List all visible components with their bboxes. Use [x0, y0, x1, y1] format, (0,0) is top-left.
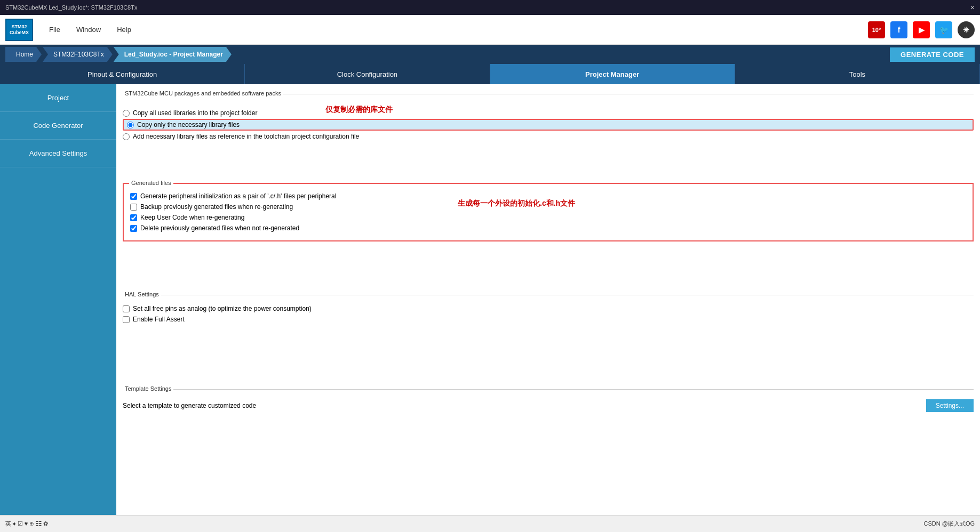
annotation-library: 仅复制必需的库文件 — [325, 105, 393, 115]
checkbox-backup-label: Backup previously generated files when r… — [140, 203, 293, 211]
breadcrumb-project[interactable]: Led_Study.ioc - Project Manager — [114, 47, 232, 62]
title-bar-text: STM32CubeMX Led_Study.ioc*: STM32F103C8T… — [5, 4, 137, 11]
breadcrumb-chip[interactable]: STM32F103C8Tx — [43, 47, 113, 62]
logo-line2: CubeMX — [10, 30, 29, 36]
radio-copy-all-label: Copy all used libraries into the project… — [133, 109, 257, 117]
radio-add-reference[interactable]: Add necessary library files as reference… — [123, 133, 974, 140]
checkbox-keep-user-code[interactable]: Keep User Code when re-generating — [130, 214, 966, 221]
checkbox-full-assert[interactable]: Enable Full Assert — [123, 316, 974, 323]
checkbox-free-pins-label: Set all free pins as analog (to optimize… — [133, 305, 312, 312]
breadcrumb-home[interactable]: Home — [5, 47, 42, 62]
network-icon[interactable]: ✳ — [958, 21, 975, 38]
checkbox-keep-user-code-label: Keep User Code when re-generating — [140, 214, 244, 221]
status-bar-left: 英·♦ ☑ ♥ ⊕ ☷ ✿ — [5, 520, 48, 528]
checkbox-free-pins-input[interactable] — [123, 305, 130, 312]
main-layout: Project Code Generator Advanced Settings… — [0, 84, 980, 532]
tab-clock[interactable]: Clock Configuration — [245, 64, 490, 84]
tab-project-manager[interactable]: Project Manager — [490, 64, 735, 84]
tab-tools[interactable]: Tools — [735, 64, 980, 84]
menu-bar: STM32 CubeMX File Window Help 10° f ▶ 🐦 … — [0, 15, 980, 45]
checkbox-generate-peripheral-input[interactable] — [130, 193, 137, 200]
mcu-packages-section: STM32Cube MCU packages and embedded soft… — [123, 94, 974, 140]
radio-copy-necessary[interactable]: Copy only the necessary library files — [123, 119, 974, 131]
tab-pinout[interactable]: Pinout & Configuration — [0, 64, 245, 84]
checkbox-keep-user-code-input[interactable] — [130, 214, 137, 221]
content-area: STM32Cube MCU packages and embedded soft… — [116, 84, 980, 532]
menu-help[interactable]: Help — [117, 26, 131, 34]
title-bar: STM32CubeMX Led_Study.ioc*: STM32F103C8T… — [0, 0, 980, 15]
sidebar-item-advanced-settings[interactable]: Advanced Settings — [0, 140, 116, 167]
generated-files-label: Generated files — [129, 180, 173, 186]
settings-button[interactable]: Settings... — [926, 399, 974, 412]
sidebar-item-project[interactable]: Project — [0, 84, 116, 112]
library-radio-group: Copy all used libraries into the project… — [123, 109, 974, 140]
hal-settings-label: HAL Settings — [123, 291, 161, 297]
logo: STM32 CubeMX — [5, 19, 33, 41]
hal-settings-section: HAL Settings Set all free pins as analog… — [123, 295, 974, 323]
tab-bar: Pinout & Configuration Clock Configurati… — [0, 64, 980, 84]
checkbox-full-assert-input[interactable] — [123, 316, 130, 323]
radio-copy-necessary-input[interactable] — [127, 122, 134, 128]
annotation-generated-files: 生成每一个外设的初始化.c和.h文件 — [458, 199, 575, 208]
twitter-icon[interactable]: 🐦 — [935, 21, 952, 38]
generated-files-section: Generated files Generate peripheral init… — [123, 183, 974, 241]
mcu-packages-label: STM32Cube MCU packages and embedded soft… — [123, 90, 283, 96]
checkbox-free-pins[interactable]: Set all free pins as analog (to optimize… — [123, 305, 974, 312]
sidebar-item-code-generator[interactable]: Code Generator — [0, 112, 116, 140]
checkbox-delete-generated[interactable]: Delete previously generated files when n… — [130, 224, 966, 232]
sidebar: Project Code Generator Advanced Settings — [0, 84, 116, 532]
logo-line1: STM32 — [11, 24, 27, 30]
close-button[interactable]: × — [970, 3, 975, 12]
checkbox-delete-generated-label: Delete previously generated files when n… — [140, 224, 299, 232]
radio-add-reference-input[interactable] — [123, 133, 130, 140]
radio-copy-all[interactable]: Copy all used libraries into the project… — [123, 109, 974, 117]
youtube-icon[interactable]: ▶ — [913, 21, 930, 38]
radio-copy-all-input[interactable] — [123, 110, 130, 117]
breadcrumb-bar: Home STM32F103C8Tx Led_Study.ioc - Proje… — [0, 45, 980, 64]
checkbox-backup-input[interactable] — [130, 204, 137, 211]
checkbox-generate-peripheral-label: Generate peripheral initialization as a … — [140, 192, 336, 200]
checkbox-delete-generated-input[interactable] — [130, 225, 137, 232]
status-bar: 英·♦ ☑ ♥ ⊕ ☷ ✿ CSDN @嵌入式OG — [0, 515, 980, 532]
menu-window[interactable]: Window — [76, 26, 101, 34]
status-bar-right: CSDN @嵌入式OG — [923, 520, 975, 528]
radio-add-reference-label: Add necessary library files as reference… — [133, 133, 359, 140]
template-select-text: Select a template to generate customized… — [123, 402, 256, 409]
facebook-icon[interactable]: f — [890, 21, 907, 38]
menu-file[interactable]: File — [49, 26, 60, 34]
template-settings-label: Template Settings — [123, 385, 173, 392]
generate-code-button[interactable]: GENERATE CODE — [890, 47, 975, 62]
radio-copy-necessary-label: Copy only the necessary library files — [137, 121, 240, 128]
template-row: Select a template to generate customized… — [123, 396, 974, 415]
csdn-icon[interactable]: 10° — [868, 21, 885, 38]
checkbox-full-assert-label: Enable Full Assert — [133, 316, 185, 323]
template-settings-section: Template Settings Select a template to g… — [123, 389, 974, 415]
